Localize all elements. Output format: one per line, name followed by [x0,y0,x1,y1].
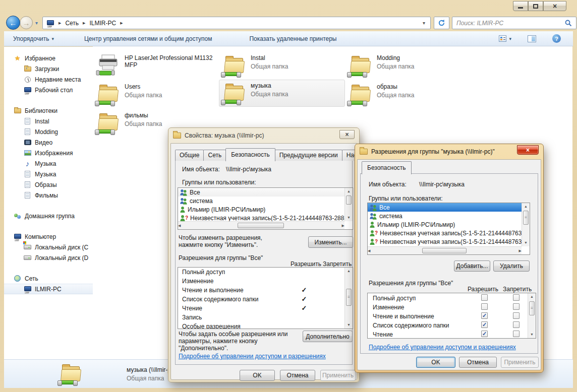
close-button[interactable]: × [543,1,566,11]
sidebar-item-network[interactable]: Сеть [4,273,93,284]
sidebar-item-homegroup[interactable]: Домашняя группа [4,211,93,221]
sidebar-item-disk-d[interactable]: Локальный диск (D [4,252,93,263]
access-control-link[interactable]: Подробнее об управлении доступом и разре… [369,344,516,351]
sidebar-item-desktop[interactable]: Рабочий стол [4,85,93,95]
scroll-up-icon[interactable]: ▲ [528,293,536,300]
sidebar-item-favorites[interactable]: ★Избранное [4,53,93,63]
tile-printer[interactable]: HP LaserJet Professional M1132 MFP [95,53,219,77]
allow-checkbox[interactable] [481,303,488,310]
sidebar-item-images[interactable]: Образы [4,179,93,190]
network-center-button[interactable]: Центр управления сетями и общим доступом [80,33,216,45]
allow-checkbox[interactable] [481,312,488,319]
scroll-down-icon[interactable]: ▼ [345,321,353,329]
scroll-right-icon[interactable]: ▶ [513,247,522,254]
ok-button[interactable]: OK [240,370,275,381]
group-row-sistema[interactable]: система [178,197,344,205]
group-row-vse-selected[interactable]: Все [368,203,522,212]
deny-checkbox[interactable] [513,294,520,301]
sidebar-item-downloads[interactable]: ↓Загрузки [4,63,93,74]
group-row-vse[interactable]: Все [178,188,344,197]
apply-button[interactable]: Применить [320,370,356,381]
organize-button[interactable]: Упорядочить ▾ [9,33,58,45]
add-button[interactable]: Добавить... [454,260,490,272]
permission-row[interactable]: Список содержимого папки✓ [178,295,344,304]
sidebar-item-disk-c[interactable]: Локальный диск (C [4,242,93,252]
advanced-button[interactable]: Дополнительно [303,331,353,342]
access-control-link[interactable]: Подробнее об управлении доступом и разре… [179,353,326,360]
group-row-unknown-2[interactable]: ? Неизвестная учетная запись(S-1-5-21-21… [368,237,522,246]
address-history-dropdown[interactable]: ▾ [421,20,427,26]
permission-row[interactable]: Изменение [178,277,344,286]
permission-row[interactable]: Особые разрешения [178,322,344,329]
scroll-up-icon[interactable]: ▲ [522,203,530,210]
sidebar-item-pictures[interactable]: Изображения [4,148,93,158]
sidebar-item-recent-places[interactable]: Недавние места [4,74,93,85]
recent-pages-dropdown[interactable]: ▾ [35,20,38,26]
tile-instal[interactable]: InstalОбщая папка [221,53,345,78]
scroll-thumb[interactable] [238,223,284,228]
properties-dialog-titlebar[interactable]: Свойства: музыка (\\Ilmir-pc) × [168,128,359,143]
scroll-down-icon[interactable]: ▼ [345,214,353,221]
horizontal-scrollbar[interactable]: ◀ ▶ [368,246,522,254]
tab-bezopasnost[interactable]: Безопасность [225,148,275,161]
allow-checkbox[interactable] [481,331,488,337]
scroll-thumb[interactable]: ≡ [529,301,535,315]
vertical-scrollbar[interactable]: ▲ ≡ ▼ [528,293,536,338]
maximize-button[interactable] [528,1,543,11]
permission-row[interactable]: Чтение✓ [178,304,344,313]
tile-obrazy[interactable]: образыОбщая папка [348,82,472,106]
apply-button[interactable]: Применить [501,357,539,368]
tile-modding[interactable]: ModdingОбщая папка [348,53,472,78]
preview-pane-button[interactable] [524,33,540,45]
tab-set[interactable]: Сеть [203,150,226,161]
allow-checkbox[interactable] [481,321,488,328]
group-row-unknown-1[interactable]: ? Неизвестная учетная запись(S-1-5-21-21… [368,229,522,237]
forward-button[interactable]: → [20,16,33,29]
vertical-scrollbar[interactable]: ▲ ≡ ▼ [344,268,353,329]
permission-row[interactable]: Чтение и выполнение✓ [178,286,344,295]
breadcrumb-ilmir-pc[interactable]: ILMIR-PC [86,18,119,28]
change-button[interactable]: Изменить... [308,236,353,248]
views-button[interactable]: ▾ [495,33,515,44]
scroll-down-icon[interactable]: ▼ [528,331,536,338]
remove-button[interactable]: Удалить [493,260,530,272]
vertical-scrollbar[interactable]: ▲ ▼ [344,188,353,221]
group-row-sistema[interactable]: система [368,212,522,220]
tab-obshchie[interactable]: Общие [175,150,204,161]
sidebar-item-ilmir-pc[interactable]: ILMIR-PC [4,284,93,294]
sidebar-item-music-2[interactable]: Музыка [4,169,93,179]
refresh-button[interactable] [434,17,449,29]
sidebar-item-video[interactable]: Видео [4,137,93,148]
scroll-down-icon[interactable]: ▼ [522,239,530,246]
deny-checkbox[interactable] [513,312,520,319]
permissions-dialog-titlebar[interactable]: Разрешения для группы "музыка (\\Ilmir-p… [355,144,543,159]
sidebar-item-modding[interactable]: Modding [4,126,93,137]
address-bar[interactable]: ▶ Сеть ▶ ILMIR-PC ▶ ▾ [42,17,431,29]
scroll-up-icon[interactable]: ▲ [345,188,353,195]
properties-close-button[interactable]: × [339,130,355,139]
deny-checkbox[interactable] [513,303,520,310]
scroll-thumb[interactable] [422,248,467,253]
scroll-thumb[interactable]: ≡ [523,211,529,225]
tile-users[interactable]: UsersОбщая папка [95,82,219,106]
group-row-ilmir[interactable]: Ильмир (ILMIR-PC\Ильмир) [178,205,344,214]
help-button[interactable]: ? [548,32,565,45]
allow-checkbox[interactable] [481,294,488,301]
scroll-up-icon[interactable]: ▲ [345,268,353,275]
show-remote-printers-button[interactable]: Показать удаленные принтеры [245,33,340,45]
permission-row[interactable]: Полный доступ [178,268,344,277]
sidebar-item-music[interactable]: ♪Музыка [4,158,93,169]
deny-checkbox[interactable] [513,321,520,328]
search-box[interactable] [452,17,576,29]
sidebar-item-libraries[interactable]: Библиотеки [4,105,93,116]
permission-row[interactable]: Запись [178,313,344,322]
minimize-button[interactable] [513,1,528,11]
cancel-button[interactable]: Отмена [459,357,497,368]
scroll-left-icon[interactable]: ◀ [368,247,376,254]
scroll-thumb[interactable] [346,195,352,205]
sidebar-item-films[interactable]: Фильмы [4,190,93,201]
deny-checkbox[interactable] [513,331,520,337]
cancel-button[interactable]: Отмена [280,370,315,381]
sidebar-item-instal[interactable]: Instal [4,116,93,126]
horizontal-scrollbar[interactable]: ◀ ▶ [178,221,344,229]
